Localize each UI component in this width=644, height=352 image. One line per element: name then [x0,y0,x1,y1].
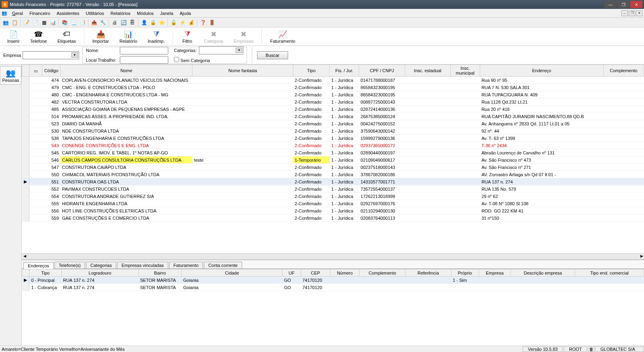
table-row[interactable]: 474COPLAVEN-CONSORCIO PLANALTO VEICULOS … [22,77,644,84]
mdi-close-button[interactable]: ✕ [636,10,642,16]
inadimp-button[interactable]: ⧩Inadimp. [144,29,169,44]
tb-list2-icon[interactable]: 📑 [78,19,86,27]
menu-assistentes[interactable]: Assistentes [53,10,82,17]
table-row[interactable]: 559GAE CONSTRUÇÕES E COMERCIO LTDA2-Conf… [22,215,644,222]
menu-relatorios[interactable]: Relatórios [107,10,134,17]
tb-money-icon[interactable]: 💰 [187,19,195,27]
tb-people-icon[interactable]: 👥 [2,19,10,27]
dcol-bairro[interactable]: Bairro [138,269,182,277]
etiquetas-button[interactable]: 🏷Etiquetas [53,29,80,44]
dcol-cidade[interactable]: Cidade [182,269,282,277]
dcol-compl[interactable]: Complemento [360,269,406,277]
table-row[interactable]: 556HOT LINE CONSTRUÇÕES ELETRICAS LTDA2-… [22,207,644,215]
categorias-dropdown[interactable] [199,46,243,54]
inserir-button[interactable]: 📄Inserir [3,29,24,44]
col-nome[interactable]: Nome [61,65,192,77]
tb-doc-icon[interactable]: 📋 [10,19,19,27]
local-input[interactable] [120,56,168,64]
table-row[interactable]: ▶0 - PrincipalRUA 137 n. 274SETOR MARIST… [22,277,644,284]
importar-button[interactable]: 📥Importar [88,29,113,44]
tb-grid-icon[interactable]: ▦ [40,19,48,27]
empresa-dropdown[interactable] [23,51,79,59]
menu-geral[interactable]: Geral [9,10,26,17]
col-tipo[interactable]: Tipo [293,65,330,77]
dcol-num[interactable]: Número [330,269,360,277]
table-row[interactable]: 538TAPAJOS ENGENHARIA E CONSTRUÇÕES LTDA… [22,135,644,142]
table-row[interactable]: 1 - CobrançaRUA 137 n. 274SETOR MARISTAG… [22,284,644,291]
table-row[interactable]: 545CARTORIO REG. IMOV. E TABEL. 1º NOTAS… [22,149,644,156]
table-row[interactable]: 480CMC - ENGENHARIA E CONSTRUCOES LTDA -… [22,91,644,98]
col-ie[interactable]: Insc. estadual [405,65,450,77]
tab-categorias[interactable]: Categorias [86,262,116,269]
menu-janela[interactable]: Janela [157,10,176,17]
table-row[interactable]: 552PAVIMAX CONSTRUCOES LTDA2-Confirmado1… [22,185,644,193]
table-row[interactable]: 482VECTRA CONSTRUTORA LTDA2-Confirmado1 … [22,98,644,106]
main-grid[interactable]: ⚏ Código Nome Nome fantasia Tipo Fis. / … [22,65,644,253]
col-complemento[interactable]: Complemento [604,65,644,77]
tab-faturamento[interactable]: Faturamento [169,262,203,269]
dcol-prop[interactable]: Próprio [451,269,479,277]
table-row[interactable]: 547CONSTRUTORA CAIAPO LTDA2-Confirmado1 … [22,164,644,171]
tb-print-icon[interactable]: 🖨 [111,19,119,27]
tb-chart-icon[interactable]: 📊 [49,19,57,27]
col-im[interactable]: Insc. municipal [451,65,480,77]
nome-input[interactable] [120,47,168,54]
tb-db-icon[interactable]: 🗄 [128,19,136,27]
tb-help-icon[interactable]: ❓ [199,19,207,27]
tab-enderecos[interactable]: Endereços [23,262,54,269]
semcat-checkbox[interactable] [174,57,179,62]
tb-refresh-icon[interactable]: 🔄 [119,19,128,27]
tb-form1-icon[interactable]: 📝 [22,19,30,27]
tb-lock-icon[interactable]: 🔒 [149,19,157,27]
menu-utilitarios[interactable]: Utilitários [83,10,107,17]
col-fantasia[interactable]: Nome fantasia [192,65,293,77]
table-row[interactable]: 485ASSOCIAÇÃO GOIANA DE PEQUENAS EMPRESA… [22,106,644,113]
tb-star-icon[interactable]: ⭐ [158,19,166,27]
maximize-button[interactable]: ❐ [617,1,629,8]
dcol-desc[interactable]: Descrição empresa [511,269,575,277]
tb-form2-icon[interactable]: 📄 [31,19,39,27]
h-scrollbar[interactable]: ▶ [22,253,644,260]
semcat-check[interactable]: Sem Categoria [174,57,210,63]
dcol-emp[interactable]: Empresa [479,269,511,277]
dcol-tec[interactable]: Tipo end. comercial [575,269,644,277]
tb-config-icon[interactable]: 🔧 [99,19,107,27]
tab-conta[interactable]: Conta corrente [204,262,242,269]
table-row[interactable]: 546CARLOS CAMPOS CONSULTORIA CONSTRUÇÕES… [22,156,644,164]
col-fisjur[interactable]: Fis. / Jur. [330,65,359,77]
menu-ajuda[interactable]: Ajuda [176,10,194,17]
table-row[interactable]: 514PROMARCAS ASSES. A PROPRIEDADE IND. L… [22,113,644,120]
telefone-button[interactable]: ☎Telefone [26,29,51,44]
tb-unlock-icon[interactable]: 🔓 [169,19,178,27]
table-row[interactable]: 550CHIMACOL MATERIAIS P/CONSTRUÇÃO LTDA2… [22,171,644,178]
dcol-cep[interactable]: CEP [301,269,330,277]
filtro-button[interactable]: ⧩Filtro [177,29,197,44]
tab-telefones[interactable]: Telefone(s) [54,262,85,269]
table-row[interactable]: 479CMC - ENG. E CONSTRUCOES LTDA - POLO2… [22,84,644,91]
mdi-restore-button[interactable]: ❐ [629,10,635,16]
table-row[interactable]: 555HIDRANTE ENGENHARIA LTDA2-Confirmado1… [22,200,644,207]
table-row[interactable]: 554CONSTRUTORA ANDRADE GUTIERREZ S/A2-Co… [22,193,644,200]
menu-modulos[interactable]: Módulos [134,10,157,17]
tb-books-icon[interactable]: 📚 [61,19,69,27]
col-endereco[interactable]: Endereço [480,65,603,77]
relatorio-button[interactable]: 📊Relatório [115,29,141,44]
table-row[interactable]: 543CONENGE CONSTRUÇÕES E ENG. LTDA2-Conf… [22,142,644,149]
dcol-ref[interactable]: Referência [405,269,451,277]
tb-people2-icon[interactable]: 👤 [140,19,148,27]
col-cpf[interactable]: CPF / CNPJ [359,65,405,77]
col-codigo[interactable]: Código [42,65,60,77]
mdi-minimize-button[interactable]: — [621,10,628,16]
tab-pessoas[interactable]: 👥 Pessoas [0,66,21,85]
minimize-button[interactable]: — [604,1,617,8]
dcol-log[interactable]: Logradouro [61,269,138,277]
table-row[interactable]: 530NDE CONSTRUTORA LTDA2-Confirmado1 - J… [22,127,644,135]
table-row[interactable]: 523DIARIO DA MANHÃ2-Confirmado1 - Jurídi… [22,120,644,127]
dcol-tipo[interactable]: Tipo [29,269,62,277]
tab-empresas-vinc[interactable]: Empresas vinculadas [117,262,168,269]
tb-list-icon[interactable]: 📃 [69,19,77,27]
tb-exit-icon[interactable]: 🚪 [208,19,216,27]
menu-financeiro[interactable]: Financeiro [26,10,53,17]
faturamento-button[interactable]: 📈Faturamento [266,29,299,44]
close-button[interactable]: ✕ [630,1,642,8]
